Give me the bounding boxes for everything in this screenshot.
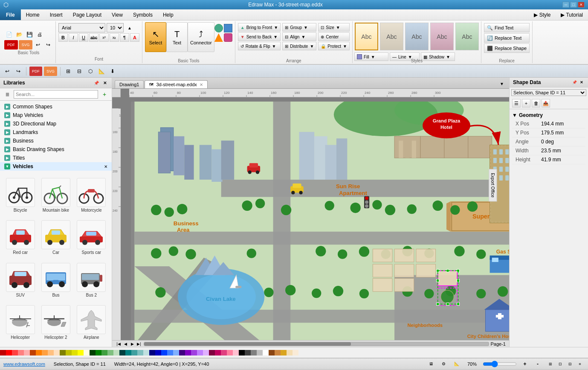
find-text-button[interactable]: 🔍Find Text xyxy=(484,23,530,32)
color-cell[interactable] xyxy=(96,350,101,355)
library-search-input[interactable] xyxy=(14,90,98,99)
color-cell[interactable] xyxy=(197,350,203,355)
sd-delete-btn[interactable]: 🗑 xyxy=(532,99,540,108)
color-cell[interactable] xyxy=(131,350,137,355)
website-link[interactable]: www.edrawsoft.com xyxy=(3,361,45,367)
color-cell[interactable] xyxy=(203,350,209,355)
export-office-tab[interactable]: Export Office xyxy=(489,169,497,201)
color-cell[interactable] xyxy=(42,350,48,355)
shape-red-car[interactable]: Red car xyxy=(3,218,37,259)
style-link[interactable]: ▶ Style xyxy=(529,9,556,20)
shape-tri-button[interactable] xyxy=(214,33,223,42)
style-4-button[interactable]: Abc xyxy=(430,23,454,50)
shape-oval-button[interactable] xyxy=(214,24,223,32)
new-button[interactable]: 📄 xyxy=(4,30,14,39)
open-button[interactable]: 📂 xyxy=(14,30,24,39)
tab-drawing1[interactable]: Drawing1 xyxy=(115,80,144,88)
color-cell[interactable] xyxy=(30,350,36,355)
color-cell[interactable] xyxy=(84,350,90,355)
zoom-out-btn[interactable]: - xyxy=(533,359,542,369)
shape-helicopter2[interactable]: Helicopter 2 xyxy=(39,303,72,344)
align-button[interactable]: ⊟Align▼ xyxy=(282,32,316,41)
color-cell[interactable] xyxy=(143,350,149,355)
shape-custom-button[interactable] xyxy=(224,33,232,42)
font-size-select[interactable]: 10 xyxy=(107,23,124,32)
last-page-btn[interactable]: ▶| xyxy=(136,341,142,347)
color-cell[interactable] xyxy=(54,350,60,355)
replace-shape-button[interactable]: ⬛Replace Shape xyxy=(484,44,530,53)
color-cell[interactable] xyxy=(215,350,221,355)
color-cell[interactable] xyxy=(149,350,155,355)
lib-business[interactable]: ▶ Business xyxy=(0,137,112,145)
color-cell[interactable] xyxy=(209,350,215,355)
status-icon3[interactable]: 📐 xyxy=(452,359,461,369)
color-cell[interactable] xyxy=(185,350,191,355)
color-cell[interactable] xyxy=(221,350,227,355)
pin-panel-btn[interactable]: 📌 xyxy=(571,79,577,85)
export-svg-button[interactable]: SVG xyxy=(19,40,32,50)
export-pdf-btn2[interactable]: PDF xyxy=(29,67,42,76)
italic-button[interactable]: I xyxy=(69,33,78,42)
sd-filter-btn[interactable]: ☰ xyxy=(512,99,521,108)
status-icon2[interactable]: ⚙ xyxy=(439,359,449,369)
library-menu-btn[interactable]: ☰ xyxy=(3,90,12,99)
file-menu[interactable]: File xyxy=(0,9,21,20)
color-cell[interactable] xyxy=(24,350,30,355)
select-tool-button[interactable]: ↖ Select xyxy=(145,22,166,52)
tab-close-icon[interactable]: ✕ xyxy=(200,82,203,87)
bold-button[interactable]: B xyxy=(58,33,68,42)
color-cell[interactable] xyxy=(275,350,281,355)
text-tool-button[interactable]: T Text xyxy=(166,22,188,52)
send-to-back-button[interactable]: ▼Send to Back▼ xyxy=(238,32,281,41)
first-page-btn[interactable]: |◀ xyxy=(116,341,122,347)
font-size-increase[interactable]: ▲ xyxy=(125,23,134,32)
shape-bus2[interactable]: Bus 2 xyxy=(75,261,108,301)
sd-add-btn[interactable]: + xyxy=(522,99,530,108)
zoom-in-btn[interactable]: + xyxy=(520,359,530,369)
close-button[interactable]: ✕ xyxy=(578,2,585,8)
color-cell[interactable] xyxy=(191,350,197,355)
symbols-menu[interactable]: Symbols xyxy=(128,9,158,20)
undo-button[interactable]: ↩ xyxy=(33,40,43,50)
tab-street-map[interactable]: 🗺 3d-street-map.eddx ✕ xyxy=(145,80,207,88)
color-cell[interactable] xyxy=(227,350,233,355)
shape-btn[interactable]: ⬡ xyxy=(86,67,95,76)
shape-suv[interactable]: SUV xyxy=(3,261,37,301)
text-color-button[interactable]: A xyxy=(130,33,139,42)
color-cell[interactable] xyxy=(0,350,6,355)
color-cell[interactable] xyxy=(18,350,24,355)
sd-export-btn[interactable]: 📤 xyxy=(542,99,550,108)
shape-airplane[interactable]: Airplane xyxy=(75,303,108,344)
export-pdf-button[interactable]: PDF xyxy=(4,40,18,50)
color-cell[interactable] xyxy=(239,350,245,355)
protect-button[interactable]: 🔒Protect▼ xyxy=(318,42,350,50)
minimize-button[interactable]: ─ xyxy=(562,2,569,8)
connector-tool-button[interactable]: ⤴ Connector xyxy=(188,22,214,52)
strikethrough-button[interactable]: abc xyxy=(89,33,98,42)
status-grid-3[interactable]: ⊟ xyxy=(565,359,575,369)
color-cell[interactable] xyxy=(269,350,275,355)
h-scroll-track[interactable] xyxy=(144,342,489,346)
color-cell[interactable] xyxy=(251,350,257,355)
lib-titles[interactable]: ▶ Titles xyxy=(0,154,112,162)
color-cell[interactable] xyxy=(245,350,251,355)
maximize-button[interactable]: □ xyxy=(570,2,577,8)
center-button[interactable]: ⊕Center xyxy=(318,32,350,41)
shape-motorcycle[interactable]: Motorcycle xyxy=(75,176,108,216)
shape-id-select[interactable]: Selection, Shape ID = 11 xyxy=(511,89,586,96)
group-button[interactable]: ⊞Group▼ xyxy=(282,23,316,32)
undo-btn2[interactable]: ↩ xyxy=(3,67,12,76)
zoom-slider[interactable] xyxy=(483,361,517,367)
save-button[interactable]: 💾 xyxy=(25,30,34,39)
shape-rect-button[interactable] xyxy=(224,24,232,32)
subscript-button[interactable]: x₂ xyxy=(110,33,119,42)
print-button[interactable]: 🖨 xyxy=(35,30,44,39)
home-menu[interactable]: Home xyxy=(21,9,45,20)
shape-bicycle[interactable]: Bicycle xyxy=(3,176,37,216)
table-btn[interactable]: ⊟ xyxy=(75,67,84,76)
view-menu[interactable]: View xyxy=(107,9,128,20)
tutorial-link[interactable]: ▶ Tutorial xyxy=(556,9,588,20)
bring-to-front-button[interactable]: ▲Bring to Front▼ xyxy=(238,23,281,32)
color-cell[interactable] xyxy=(107,350,113,355)
size-button[interactable]: ⊡Size▼ xyxy=(318,23,350,32)
